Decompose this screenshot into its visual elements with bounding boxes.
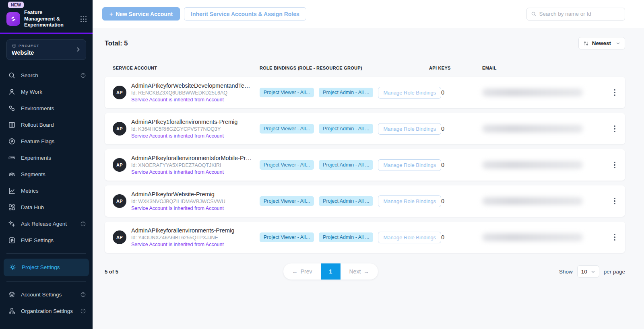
sidebar-item-label: Metrics — [21, 188, 39, 194]
api-keys-count: 0 — [429, 162, 482, 168]
api-keys-count: 0 — [429, 234, 482, 241]
row-menu-icon[interactable] — [611, 88, 619, 98]
page-size-value: 10 — [581, 269, 587, 275]
service-account-name[interactable]: AdminAPIkeyforallenvironments-Premig — [131, 227, 234, 234]
sidebar-item-segments[interactable]: Segments — [0, 166, 93, 183]
info-icon[interactable] — [80, 292, 86, 298]
info-icon[interactable] — [80, 221, 86, 227]
data-hub-icon — [8, 204, 16, 211]
avatar: AP — [113, 86, 126, 99]
row-menu-icon[interactable] — [611, 124, 619, 134]
project-name: Website — [12, 49, 39, 56]
ruler-icon — [8, 154, 16, 162]
sidebar-item-label: Project Settings — [22, 264, 60, 270]
flag-icon — [8, 138, 16, 145]
table-row: AP AdminAPIkeyforWebsite-Premig Id: WXK3… — [105, 185, 625, 217]
chevron-right-icon — [75, 47, 81, 52]
org-chart-icon — [8, 307, 16, 315]
sidebar-item-metrics[interactable]: Metrics — [0, 183, 93, 199]
column-api-keys: API KEYS — [429, 66, 482, 70]
api-keys-count: 0 — [429, 198, 482, 204]
inherited-note: Service Account is inherited from Accoun… — [131, 206, 225, 211]
service-account-name[interactable]: AdminAPIkey1forallenvironments-Premig — [131, 119, 237, 125]
plus-icon: + — [109, 11, 113, 17]
project-selector[interactable]: PROJECT Website — [6, 39, 86, 60]
pagination-footer: 5 of 5 ← Prev 1 Next → Show 10 per page — [105, 263, 625, 280]
app-title: Feature Management & Experimentation — [24, 10, 69, 29]
sidebar-header: NEW Feature Management & Experimentation — [0, 0, 93, 34]
sidebar-item-fme-settings[interactable]: FME Settings — [0, 232, 93, 249]
pager: ← Prev 1 Next → — [283, 263, 378, 280]
service-account-cell: AP AdminAPIkeyforallenvironments-Premig … — [113, 227, 260, 247]
total-count: Total: 5 — [105, 39, 128, 47]
service-account-name[interactable]: AdminAPIkeyforWebsiteDevelopmentandTesti… — [131, 82, 252, 89]
service-accounts-panel: Total: 5 Newest SERVICE ACCOUNT ROLE BIN… — [93, 28, 644, 280]
main-content: + New Service Account Inherit Service Ac… — [93, 0, 644, 329]
app-switcher-icon[interactable] — [80, 16, 87, 23]
service-account-id: Id: XNOERAFYYA5XPDEZ7AOQTJKIRI — [131, 162, 252, 168]
search-icon — [8, 72, 16, 79]
sort-value: Newest — [592, 40, 611, 46]
role-bindings-cell: Project Viewer - All...Project Admin - A… — [260, 87, 429, 99]
inherited-note: Service Account is inherited from Accoun… — [131, 97, 252, 103]
email-cell — [482, 161, 611, 169]
email-cell — [482, 125, 611, 133]
prev-page-button[interactable]: ← Prev — [283, 263, 321, 280]
page-size-select[interactable]: 10 — [577, 265, 599, 278]
inherit-service-accounts-button[interactable]: Inherit Service Accounts & Assign Roles — [184, 7, 306, 21]
info-icon[interactable] — [80, 72, 86, 78]
sidebar-item-ask-release-agent[interactable]: Ask Release Agent — [0, 216, 93, 232]
avatar: AP — [113, 158, 126, 172]
service-account-cell: AP AdminAPIkeyforallenvironmentsforMobil… — [113, 155, 260, 175]
new-service-account-button[interactable]: + New Service Account — [102, 7, 180, 21]
arrow-right-icon: → — [363, 268, 369, 275]
fme-settings-icon — [8, 236, 16, 244]
sidebar-item-account-settings[interactable]: Account Settings — [0, 286, 93, 303]
table-row: AP AdminAPIkeyforWebsiteDevelopmentandTe… — [105, 77, 625, 108]
sidebar-item-experiments[interactable]: Experiments — [0, 150, 93, 166]
sidebar-nav: Search My Work Environments Rollout Boar… — [0, 62, 93, 319]
sidebar-item-my-work[interactable]: My Work — [0, 84, 93, 100]
service-account-name[interactable]: AdminAPIkeyforallenvironmentsforMobile-P… — [131, 155, 252, 161]
chevron-down-icon — [616, 41, 620, 45]
divider — [6, 253, 86, 254]
row-menu-icon[interactable] — [611, 196, 619, 206]
inherited-note: Service Account is inherited from Accoun… — [131, 242, 234, 247]
sidebar-item-rollout-board[interactable]: Rollout Board — [0, 117, 93, 133]
sort-arrows-icon — [583, 41, 589, 46]
email-cell — [482, 197, 611, 205]
row-menu-icon[interactable] — [611, 232, 619, 243]
sidebar-item-environments[interactable]: Environments — [0, 100, 93, 117]
page-number-active[interactable]: 1 — [321, 263, 341, 280]
api-keys-count: 0 — [429, 125, 482, 132]
environments-icon — [8, 105, 16, 112]
sparkles-icon — [8, 220, 16, 228]
sidebar-item-organization-settings[interactable]: Organization Settings — [0, 303, 93, 319]
project-label: PROJECT — [19, 43, 39, 48]
sidebar-item-label: Environments — [21, 105, 54, 111]
role-binding-badge: Project Viewer - All... — [260, 124, 314, 134]
sidebar-item-project-settings[interactable]: Project Settings — [4, 259, 89, 276]
avatar: AP — [113, 122, 126, 136]
gear-icon — [9, 263, 17, 271]
row-menu-icon[interactable] — [611, 160, 619, 170]
sidebar-item-label: FME Settings — [21, 237, 54, 243]
sidebar-item-label: Organization Settings — [21, 308, 73, 314]
sidebar-item-search[interactable]: Search — [0, 67, 93, 84]
sidebar-item-data-hub[interactable]: Data Hub — [0, 199, 93, 216]
new-service-account-label: New Service Account — [116, 11, 173, 17]
info-icon[interactable] — [80, 308, 86, 314]
email-redacted — [482, 125, 583, 133]
service-account-name[interactable]: AdminAPIkeyforWebsite-Premig — [131, 191, 225, 197]
service-account-cell: AP AdminAPIkeyforWebsite-Premig Id: WXK3… — [113, 191, 260, 211]
next-page-button[interactable]: Next → — [341, 263, 378, 280]
layers-gear-icon — [8, 291, 16, 298]
inherited-note: Service Account is inherited from Accoun… — [131, 133, 237, 139]
sort-dropdown[interactable]: Newest — [578, 37, 625, 49]
cube-icon — [12, 43, 17, 48]
column-service-account: SERVICE ACCOUNT — [113, 66, 260, 70]
sidebar-item-feature-flags[interactable]: Feature Flags — [0, 133, 93, 150]
search-input[interactable] — [539, 11, 621, 17]
show-label: Show — [559, 269, 573, 275]
column-email: EMAIL — [482, 66, 611, 70]
